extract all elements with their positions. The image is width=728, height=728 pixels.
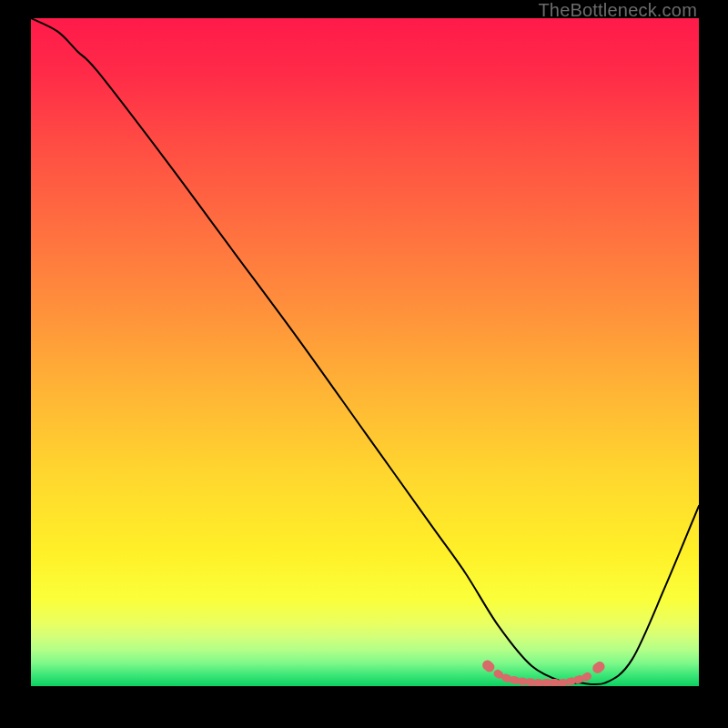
bottleneck-curve-line [31,18,699,684]
optimal-marker [591,660,607,675]
optimal-region-markers [480,658,607,686]
chart-container [31,18,699,686]
chart-plot [31,18,699,686]
optimal-marker [480,658,497,673]
